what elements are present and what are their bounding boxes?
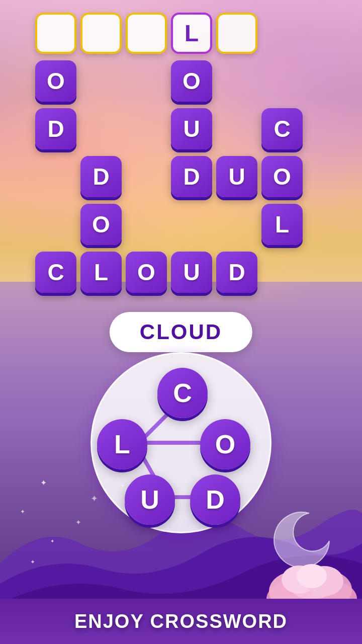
tile-O-r4c1[interactable]: O xyxy=(80,204,122,245)
svg-point-6 xyxy=(297,564,327,588)
tile-U-r3c4[interactable]: U xyxy=(216,156,257,197)
circle-tile-C[interactable]: C xyxy=(157,368,208,418)
empty-tile-1[interactable] xyxy=(80,13,122,54)
letter-circle-bg: C O D U L xyxy=(90,352,272,533)
circle-tile-D[interactable]: D xyxy=(190,474,240,525)
empty-tile-4[interactable] xyxy=(216,13,257,54)
game-board: L O O D U C D D U O O L C L O U D xyxy=(30,13,332,304)
tile-D-r3c1[interactable]: D xyxy=(80,156,122,197)
tile-U-r2c3[interactable]: U xyxy=(171,108,212,149)
bottom-banner-text: ENJOY CROSSWORD xyxy=(74,611,288,632)
tile-L-r5c1[interactable]: L xyxy=(80,252,122,293)
tile-U-r5c3[interactable]: U xyxy=(171,252,212,293)
bottom-banner: ENJOY CROSSWORD xyxy=(0,599,362,644)
tile-D-r3c3[interactable]: D xyxy=(171,156,212,197)
letter-circle-container[interactable]: C O D U L xyxy=(90,352,272,533)
tile-D-r2c0[interactable]: D xyxy=(35,108,76,149)
tile-C-r2c5[interactable]: C xyxy=(261,108,303,149)
tile-O-r3c5[interactable]: O xyxy=(261,156,303,197)
empty-tile-3-l[interactable]: L xyxy=(171,13,212,54)
tile-D-r5c4[interactable]: D xyxy=(216,252,257,293)
tile-L-r4c5[interactable]: L xyxy=(261,204,303,245)
current-word-display: CLOUD xyxy=(110,312,252,352)
current-word-text: CLOUD xyxy=(140,320,222,344)
empty-tile-2[interactable] xyxy=(126,13,167,54)
circle-tile-O[interactable]: O xyxy=(200,419,250,469)
tile-O-r5c2[interactable]: O xyxy=(126,252,167,293)
circle-tile-U[interactable]: U xyxy=(125,474,175,525)
empty-tile-0[interactable] xyxy=(35,13,76,54)
tile-C-r5c0[interactable]: C xyxy=(35,252,76,293)
circle-tile-L[interactable]: L xyxy=(97,419,147,469)
tile-O-r1c0[interactable]: O xyxy=(35,60,76,102)
tile-O-r1c3[interactable]: O xyxy=(171,60,212,102)
